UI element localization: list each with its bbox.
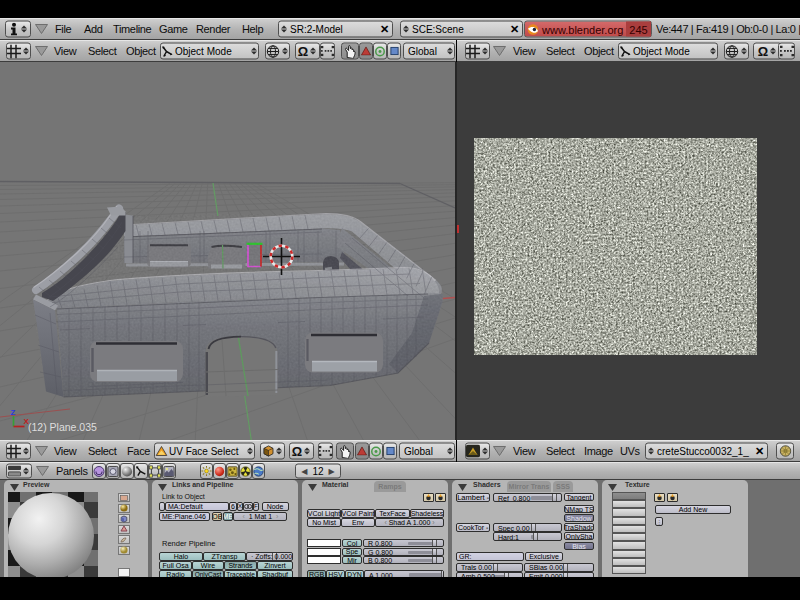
- svg-text:Z: Z: [11, 408, 16, 417]
- svg-text:X: X: [24, 417, 30, 426]
